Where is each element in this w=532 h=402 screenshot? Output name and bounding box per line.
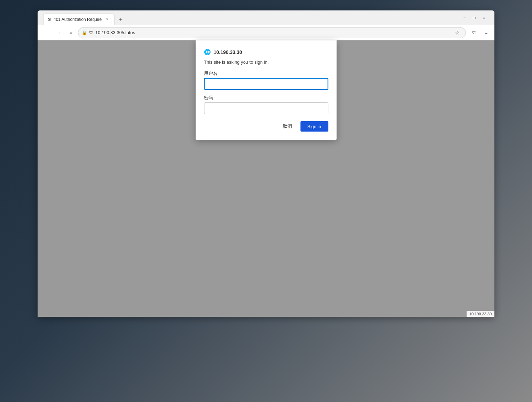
address-bar-container: 🔒 🛡 ☆ (78, 27, 466, 38)
status-bar: 10.190.33.30 (467, 311, 494, 317)
bookmark-button[interactable]: ☆ (452, 28, 462, 38)
username-label: 用户名 (204, 70, 328, 77)
username-input[interactable] (204, 78, 328, 90)
reload-button[interactable]: × (65, 27, 77, 38)
dialog-site-name: 10.190.33.30 (214, 49, 242, 55)
auth-dialog: 🌐 10.190.33.30 This site is asking you t… (196, 40, 336, 140)
back-button[interactable]: ← (40, 27, 51, 38)
nav-bar: ← → × 🔒 🛡 ☆ 🛡 ≡ (38, 25, 494, 40)
menu-button[interactable]: ≡ (481, 27, 492, 38)
signin-button[interactable]: Sign in (300, 121, 328, 132)
active-tab[interactable]: ⊠ 401 Authorization Require × (43, 14, 114, 25)
address-input[interactable] (95, 30, 450, 35)
title-bar: ⊠ 401 Authorization Require × + − □ × (38, 10, 494, 25)
minimize-button[interactable]: − (460, 13, 469, 23)
new-tab-button[interactable]: + (116, 15, 126, 25)
status-text: 10.190.33.30 (469, 312, 492, 316)
shield-icon: 🛡 (89, 30, 93, 35)
password-input[interactable] (204, 102, 328, 114)
dialog-message: This site is asking you to sign in. (204, 60, 328, 65)
maximize-button[interactable]: □ (469, 13, 479, 23)
tab-bar: ⊠ 401 Authorization Require × + (40, 10, 460, 25)
password-label: 密码 (204, 95, 328, 101)
cancel-button[interactable]: 取消 (277, 121, 297, 132)
shield-btn[interactable]: 🛡 (469, 27, 480, 38)
tab-title: 401 Authorization Require (54, 17, 102, 22)
browser-window: ⊠ 401 Authorization Require × + − □ × ← … (38, 10, 494, 317)
window-controls: − □ × (460, 13, 489, 23)
forward-button[interactable]: → (53, 27, 64, 38)
tab-close-button[interactable]: × (104, 17, 110, 22)
tab-favicon-icon: ⊠ (48, 17, 51, 22)
security-icon: 🔒 (82, 30, 87, 35)
close-button[interactable]: × (479, 13, 489, 23)
dialog-actions: 取消 Sign in (204, 121, 328, 132)
nav-actions: 🛡 ≡ (469, 27, 492, 38)
globe-icon: 🌐 (204, 49, 211, 55)
browser-content: 🌐 10.190.33.30 This site is asking you t… (38, 40, 494, 317)
dialog-site-row: 🌐 10.190.33.30 (204, 49, 328, 55)
